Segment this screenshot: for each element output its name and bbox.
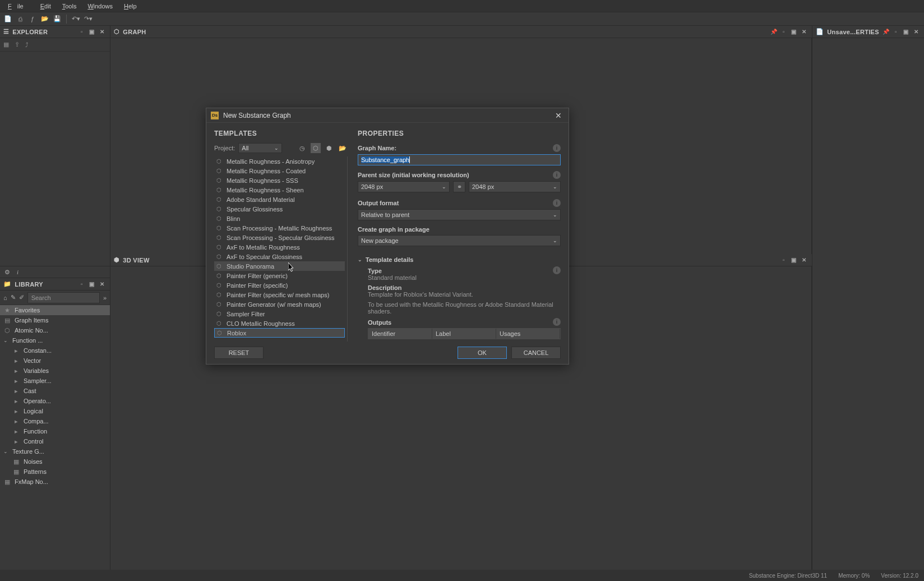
template-item[interactable]: ⬡Scan Processing - Specular Glossiness [214, 233, 345, 242]
node-icon: ⬡ [216, 253, 222, 260]
template-item[interactable]: ⬡Specular Glossiness [214, 204, 345, 214]
template-item[interactable]: ⬡Sampler Filter [214, 309, 345, 319]
info-icon[interactable]: i [553, 144, 561, 152]
description-value-2: To be used with the Metallic Roughness o… [368, 301, 561, 315]
outputs-table: Identifier Label Usages [368, 328, 561, 339]
col-usages: Usages [496, 329, 560, 339]
template-item[interactable]: ⬡AxF to Specular Glossiness [214, 252, 345, 261]
graph-name-label: Graph Name: i [358, 144, 561, 152]
template-item[interactable]: ⬡AxF to Metallic Roughness [214, 242, 345, 252]
properties-title: PROPERTIES [358, 130, 561, 137]
new-substance-graph-dialog: Ds New Substance Graph ✕ TEMPLATES Proje… [206, 108, 569, 365]
output-format-dropdown[interactable]: Relative to parent⌄ [358, 209, 561, 220]
recent-icon[interactable]: ◷ [297, 143, 307, 153]
chevron-down-icon: ⌄ [553, 212, 557, 218]
folder-icon[interactable]: 📂 [338, 143, 348, 153]
template-item[interactable]: ⬡Metallic Roughness - Anisotropy [214, 156, 345, 166]
cancel-button[interactable]: CANCEL [511, 347, 561, 359]
project-dropdown[interactable]: All⌄ [238, 143, 282, 153]
col-label: Label [432, 329, 496, 339]
template-item[interactable]: ⬡CLO Metallic Roughness [214, 319, 345, 328]
template-label: Roblox [227, 330, 246, 336]
template-item[interactable]: ⬡Studio Panorama [214, 261, 345, 271]
info-icon[interactable]: i [553, 266, 561, 274]
node-icon: ⬡ [216, 263, 222, 269]
node-icon: ⬡ [216, 215, 222, 222]
node-icon: ⬡ [216, 292, 222, 298]
template-item[interactable]: ⬡Painter Generator (w/ mesh maps) [214, 299, 345, 309]
template-label: Painter Filter (specific w/ mesh maps) [227, 292, 329, 298]
chevron-down-icon: ⌄ [358, 257, 362, 262]
templates-title: TEMPLATES [214, 130, 348, 137]
template-label: Metallic Roughness - Sheen [227, 187, 304, 193]
template-item[interactable]: ⬡Painter Filter (specific) [214, 280, 345, 290]
description-value-1: Template for Roblox's Material Variant. [368, 291, 561, 298]
dialog-footer: RESET OK CANCEL [206, 342, 569, 364]
properties-pane: PROPERTIES Graph Name: i Substance_graph… [358, 130, 561, 342]
parent-size-label: Parent size (initial working resolution)… [358, 171, 561, 179]
template-label: Metallic Roughness - Anisotropy [227, 158, 315, 165]
template-label: Metallic Roughness - Coated [227, 168, 306, 174]
template-label: Metallic Roughness - SSS [227, 177, 298, 184]
node-icon: ⬡ [216, 206, 222, 212]
info-icon[interactable]: i [553, 199, 561, 207]
template-label: Blinn [227, 215, 240, 222]
node-icon: ⬡ [217, 330, 223, 336]
node-icon: ⬡ [216, 196, 222, 202]
node-icon: ⬡ [216, 168, 222, 174]
template-label: Scan Processing - Specular Glossiness [227, 234, 335, 241]
node-icon: ⬡ [216, 320, 222, 326]
chevron-down-icon: ⌄ [274, 145, 279, 151]
package-label: Create graph in package [358, 226, 561, 233]
template-item[interactable]: ⬡Metallic Roughness - SSS [214, 176, 345, 185]
template-item[interactable]: ⬡Metallic Roughness - Coated [214, 166, 345, 176]
template-details: Type i Standard material Description Tem… [358, 266, 561, 339]
node-icon: ⬡ [216, 187, 222, 193]
template-label: AxF to Specular Glossiness [227, 253, 302, 260]
graph-name-input[interactable]: Substance_graph [358, 154, 561, 165]
template-label: Painter Filter (specific) [227, 282, 288, 289]
template-details-header[interactable]: ⌄ Template details [358, 256, 561, 263]
cube-icon[interactable]: ⬢ [324, 143, 334, 153]
dialog-overlay: Ds New Substance Graph ✕ TEMPLATES Proje… [0, 0, 924, 581]
template-item[interactable]: ⬡Metallic Roughness - Sheen [214, 185, 345, 195]
package-dropdown[interactable]: New package⌄ [358, 235, 561, 246]
info-icon[interactable]: i [553, 318, 561, 326]
template-item[interactable]: ⬡Adobe Standard Material [214, 195, 345, 204]
description-label: Description [368, 284, 561, 291]
template-label: Painter Filter (generic) [227, 273, 288, 279]
dialog-title-text: New Substance Graph [223, 112, 553, 119]
dialog-body: TEMPLATES Project: All⌄ ◷ ⬡ ⬢ 📂 ⬡Metalli… [206, 123, 569, 342]
template-label: Sampler Filter [227, 311, 265, 317]
link-size-icon[interactable]: ⚭ [453, 181, 465, 192]
outputs-label: Outputs [368, 319, 553, 326]
template-item[interactable]: ⬡Blinn [214, 214, 345, 223]
info-icon[interactable]: i [553, 171, 561, 179]
chevron-down-icon: ⌄ [442, 184, 446, 190]
reset-button[interactable]: RESET [214, 347, 264, 359]
graph-type-icon[interactable]: ⬡ [311, 143, 321, 153]
node-icon: ⬡ [216, 273, 222, 279]
template-item[interactable]: ⬡Roblox [214, 328, 345, 338]
template-label: AxF to Metallic Roughness [227, 244, 300, 251]
template-list[interactable]: ⬡Metallic Roughness - Anisotropy⬡Metalli… [214, 156, 348, 342]
node-icon: ⬡ [216, 177, 222, 183]
type-label: Type [368, 268, 553, 274]
dialog-close-icon[interactable]: ✕ [553, 110, 564, 121]
type-value: Standard material [368, 274, 561, 281]
project-label: Project: [214, 145, 235, 151]
ok-button[interactable]: OK [458, 347, 507, 359]
template-item[interactable]: ⬡Painter Filter (generic) [214, 271, 345, 280]
size-width-dropdown[interactable]: 2048 px⌄ [358, 181, 450, 192]
template-label: Painter Generator (w/ mesh maps) [227, 301, 321, 308]
chevron-down-icon: ⌄ [553, 184, 557, 190]
template-item[interactable]: ⬡Scan Processing - Metallic Roughness [214, 223, 345, 233]
node-icon: ⬡ [216, 282, 222, 288]
node-icon: ⬡ [216, 225, 222, 231]
node-icon: ⬡ [216, 311, 222, 317]
output-format-label: Output format i [358, 199, 561, 207]
template-item[interactable]: ⬡Painter Filter (specific w/ mesh maps) [214, 290, 345, 299]
app-icon: Ds [211, 112, 219, 119]
size-height-dropdown[interactable]: 2048 px⌄ [469, 181, 561, 192]
dialog-titlebar: Ds New Substance Graph ✕ [206, 108, 569, 123]
